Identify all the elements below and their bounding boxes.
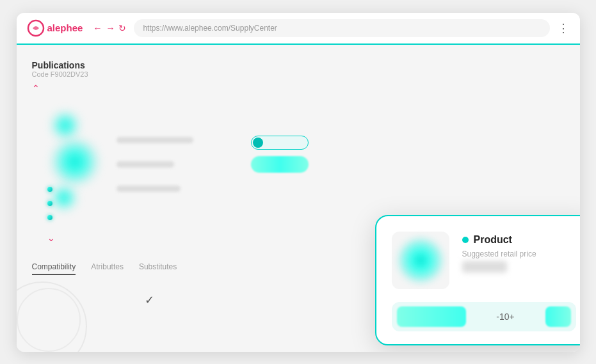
publications-header: Publications Code F9002DV23 [32, 60, 334, 78]
refresh-button[interactable]: ↻ [118, 23, 126, 33]
blurred-bar-3 [117, 186, 181, 192]
quantity-display: -10+ [471, 312, 540, 322]
nav-down-arrow[interactable]: ⌄ [47, 233, 55, 243]
blurred-bar-2 [117, 161, 174, 168]
toggle-knob [253, 138, 263, 148]
product-name: Product [474, 234, 512, 246]
toggle-area [251, 136, 309, 173]
nav-tabs: Compatibility Atributtes Substitutes [32, 262, 177, 275]
browser-topbar: alephee ← → ↻ https://www.alephee.com/Su… [17, 13, 580, 45]
product-price-label: Suggested retail price [462, 249, 576, 258]
brand-logo: alephee [27, 19, 83, 37]
product-thumbnail [392, 232, 449, 289]
brand-name: alephee [47, 22, 83, 33]
back-arrow[interactable]: ← [93, 23, 102, 33]
product-status-dot [462, 237, 469, 243]
browser-menu-icon[interactable]: ⋮ [558, 21, 570, 35]
add-to-cart-left-button[interactable] [397, 306, 466, 327]
product-info: Product Suggested retail price [462, 232, 576, 273]
toggle-switch[interactable] [251, 136, 309, 150]
blob-item-2 [52, 143, 97, 181]
product-name-row: Product [462, 234, 576, 246]
tab-compatibility[interactable]: Compatibility [32, 262, 76, 275]
browser-window: alephee ← → ↻ https://www.alephee.com/Su… [17, 13, 580, 352]
nav-up-arrow[interactable]: ⌃ [32, 83, 334, 93]
publications-code: Code F9002DV23 [32, 70, 334, 78]
address-bar[interactable]: https://www.alephee.com/SupplyCenter [134, 19, 549, 37]
brand-logo-icon [27, 19, 45, 37]
sidebar-dot-2 [47, 201, 52, 206]
product-card-top: Product Suggested retail price [392, 232, 576, 289]
browser-content: Publications Code F9002DV23 ⌃ ⌄ [17, 45, 580, 352]
teal-action-bar[interactable] [251, 156, 309, 173]
left-panel: Publications Code F9002DV23 ⌃ ⌄ [17, 45, 350, 352]
product-blob [398, 238, 443, 283]
url-text: https://www.alephee.com/SupplyCenter [143, 24, 277, 33]
sidebar-dot-1 [47, 187, 52, 192]
publications-title: Publications [32, 60, 334, 70]
product-card-footer: -10+ [392, 302, 576, 331]
product-price-value [462, 261, 507, 273]
blob-item-3 [52, 189, 78, 207]
deco-circle-inner [17, 288, 81, 352]
checkmark-area: ✓ [145, 293, 154, 307]
nav-arrows: ← → ↻ [93, 23, 126, 33]
tab-substitutes[interactable]: Substitutes [139, 262, 177, 275]
tab-attributes[interactable]: Atributtes [91, 262, 124, 275]
blurred-bar-1 [117, 137, 193, 143]
sidebar-dot-3 [47, 215, 52, 220]
blob-item-1 [52, 116, 85, 135]
forward-arrow[interactable]: → [106, 23, 115, 33]
checkmark-icon: ✓ [145, 294, 154, 306]
add-to-cart-right-button[interactable] [545, 306, 571, 327]
product-card: Product Suggested retail price -10+ [375, 215, 580, 345]
